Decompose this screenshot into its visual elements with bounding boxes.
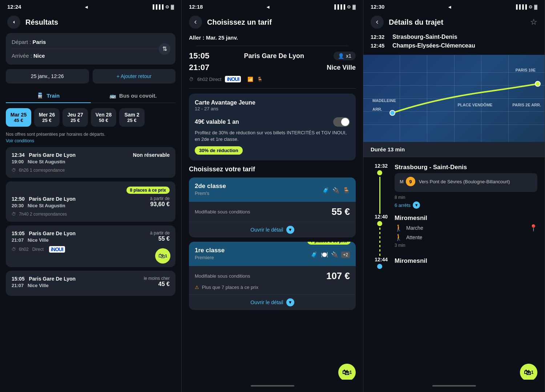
panel2-header: Choisissez un tarif (182, 12, 363, 34)
date-pill-price-3: 50 € (95, 118, 112, 123)
map-label-paris2: PARIS 2E ARR. (512, 103, 541, 107)
result-meta-1: ⏱ 7h40 2 correspondances (12, 212, 170, 217)
tarif-price-row-0: Modifiable sous conditions 55 € (195, 206, 350, 217)
cart-button-p3[interactable]: 🛍1 (520, 364, 537, 381)
duration-val-1: 3 min (395, 243, 405, 248)
tab-bus[interactable]: 🚌 Bus ou covoit. (91, 89, 176, 103)
plug-icon-1: 🔌 (331, 251, 338, 258)
advantage-toggle[interactable] (333, 117, 350, 127)
back-button-3[interactable] (371, 16, 384, 29)
sep2 (189, 88, 356, 89)
favorite-button[interactable]: ☆ (530, 17, 537, 27)
battery-icon: ▓ (171, 4, 174, 9)
battery-icon-3: ▓ (534, 4, 537, 9)
date-pill-day-2: Jeu 27 (67, 112, 84, 118)
tarif-class-col-0: 2de classe Prem's (195, 183, 226, 196)
extra-icon: +2 (341, 252, 350, 258)
arr-station-2: Nice Ville (28, 237, 49, 243)
tarif-price-1: 107 € (326, 270, 350, 282)
tarif-open-0[interactable]: Ouvrir le détail ▼ (189, 222, 356, 237)
stop-header-1: 12:45 Champs-Elysées-Clémenceau (371, 42, 537, 49)
result-item-0[interactable]: 12:34 Paris Gare De Lyon 19:00 Nice St A… (6, 147, 175, 178)
location-icon: ◂ (85, 4, 88, 10)
tarif-price-row-1: Modifiable sous conditions 107 € (195, 270, 350, 282)
tarif-body-0: Modifiable sous conditions 55 € (189, 202, 356, 222)
dep-2: 15:05 Paris Gare De Lyon (12, 230, 76, 236)
arr-2: 21:07 Nice Ville (12, 237, 76, 243)
sep1 (196, 46, 348, 46)
dep-time-0: 12:34 Paris Gare De Lyon (12, 152, 76, 158)
arrivee-label: Arrivée : (12, 53, 32, 59)
date-chip[interactable]: 25 janv., 12:26 (6, 69, 89, 83)
arrets-row-0[interactable]: 6 arrêts ▼ (395, 201, 537, 209)
walk-label: Marche (406, 225, 423, 231)
date-pill-3[interactable]: Ven 28 50 € (91, 108, 116, 127)
tl-left-0: 12:32 (371, 163, 389, 214)
tl-line-1 (379, 228, 380, 257)
advantage-header: Carte Avantage Jeune 12 - 27 ans (195, 99, 350, 114)
inoui-logo-2: iNOUI (49, 246, 65, 253)
map-label-madeleine: MADELEINE (372, 98, 396, 103)
duration-label-0: 8 min (395, 195, 537, 200)
add-return-button[interactable]: + Ajouter retour (93, 69, 176, 83)
tl-time-2: 12:44 (372, 257, 388, 262)
tarif-class-col-1: 1re classe Premiere (195, 247, 225, 260)
search-box[interactable]: Départ : Paris Arrivée : Nice ⇅ (6, 33, 175, 65)
date-row: 25 janv., 12:26 + Ajouter retour (6, 69, 175, 83)
person-icon: 👤 (338, 53, 344, 59)
date-pill-4[interactable]: Sam 2 25 € (119, 108, 145, 127)
date-pill-price-0: 45 € (10, 118, 27, 123)
result-item-1[interactable]: 8 places à ce prix 12:50 Paris Gare De L… (6, 181, 175, 222)
tarif-card-0[interactable]: 2de classe Prem's 🧳 🔌 🪑 Modifiable sous … (189, 177, 356, 237)
date-pill-price-2: 25 € (67, 118, 84, 123)
result-times-2: 15:05 Paris Gare De Lyon 21:07 Nice Vill… (12, 230, 76, 244)
back-button-2[interactable] (189, 16, 202, 29)
stop-header-0: 12:32 Strasbourg-Saint-Denis (371, 34, 537, 40)
places-badge-tarif: 7 places à ce prix (307, 242, 351, 245)
tarif-header-0: 2de classe Prem's 🧳 🔌 🪑 (189, 177, 356, 202)
result-price-3: le moins cher 45 € (144, 276, 170, 287)
timeline-stop-2: 12:44 Miromesnil (371, 257, 537, 272)
swap-button[interactable]: ⇅ (159, 43, 170, 55)
trip-arr-row: 21:07 Nice Ville (189, 63, 356, 72)
dep-station-2: Paris Gare De Lyon (29, 230, 76, 236)
home-indicator-3 (432, 385, 476, 387)
tl-line-0 (379, 177, 380, 214)
tarif-conditions-0: Modifiable sous conditions (195, 209, 250, 215)
tarif-open-1[interactable]: Ouvrir le détail ▼ (189, 294, 356, 310)
arr-station-1: Nice St Augustin (28, 203, 65, 208)
date-pill-1[interactable]: Mer 26 25 € (34, 108, 60, 127)
date-scroller: Mar 25 45 € Mer 26 25 € Jeu 27 25 € Ven … (6, 108, 175, 127)
result-item-3[interactable]: 15:05 Paris Gare De Lyon 21:07 Nice Vill… (6, 271, 175, 296)
map-pin-icon[interactable]: 📍 (529, 224, 537, 232)
date-pill-2[interactable]: Jeu 27 25 € (62, 108, 88, 127)
back-button-1[interactable] (7, 16, 20, 29)
promo-text: Nos offres sont présentées par horaires … (6, 132, 175, 137)
stop-name-h-0: Strasbourg-Saint-Denis (392, 34, 457, 40)
search-divider (12, 49, 170, 49)
metro-card-0: M 9 Vers Pont de Sèvres (Boulogne-Billan… (395, 173, 537, 192)
cart-button-p2[interactable]: 🛍1 (338, 364, 356, 381)
result-item-2[interactable]: 15:05 Paris Gare De Lyon 21:07 Nice Vill… (6, 225, 175, 267)
arrets-expand[interactable]: ▼ (413, 201, 420, 209)
svg-point-0 (390, 110, 395, 115)
dep-station-1: Paris Gare De Lyon (29, 196, 76, 202)
promo-link[interactable]: Voir conditions (6, 138, 175, 143)
battery-icon-2: ▓ (352, 4, 356, 9)
cart-button-2[interactable]: 🛍 1 (155, 248, 170, 264)
journey-map[interactable]: PARIS 10E MADELEINE ARR. PLACE VENDÔME P… (363, 55, 545, 142)
date-pill-day-1: Mer 26 (39, 112, 55, 118)
attente-row: 🚶 Attente (395, 233, 537, 241)
tarif-top-1: 1re classe Premiere 🧳 🍽️ 🔌 +2 (195, 247, 350, 260)
tarif-price-0: 55 € (331, 206, 350, 217)
page-title-1: Résultats (25, 18, 58, 26)
date-pill-day-0: Mar 25 (10, 112, 27, 118)
date-pill-0[interactable]: Mar 25 45 € (6, 108, 31, 127)
tarif-card-1[interactable]: 7 places à ce prix 1re classe Premiere 🧳… (189, 242, 356, 310)
meta-text-0: 6h26 1 correspondance (19, 168, 65, 173)
wifi-small: 📶 (247, 77, 253, 82)
tl-right-2: Miromesnil (395, 257, 537, 272)
stop-time-h-0: 12:32 (371, 34, 389, 40)
tab-train[interactable]: 🚆 Train (6, 89, 91, 103)
status-bar-3: 12:30 ◂ ▐▐▐▐ ⊙ ▓ (363, 0, 545, 12)
